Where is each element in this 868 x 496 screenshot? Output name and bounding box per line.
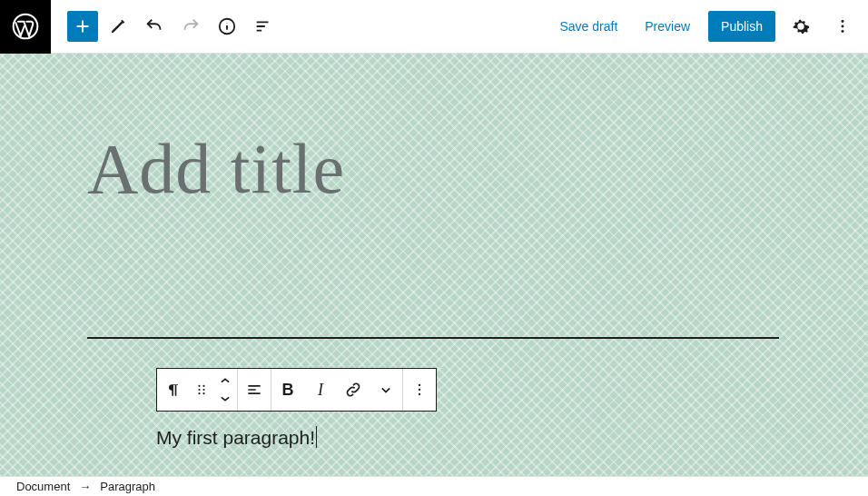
publish-button[interactable]: Publish	[708, 11, 775, 42]
redo-icon	[181, 16, 201, 36]
undo-icon	[144, 16, 164, 36]
svg-point-3	[842, 25, 844, 28]
chevron-down-icon	[216, 390, 234, 408]
settings-button[interactable]	[784, 10, 817, 43]
paragraph-text: My first paragraph!	[156, 427, 315, 448]
bold-button[interactable]: B	[271, 369, 304, 411]
svg-point-8	[202, 389, 204, 391]
breadcrumb-root[interactable]: Document	[16, 480, 70, 493]
breadcrumb-current[interactable]: Paragraph	[100, 480, 155, 493]
more-vertical-icon	[833, 16, 853, 36]
outline-button[interactable]	[247, 10, 280, 43]
text-caret	[316, 426, 317, 448]
chevron-up-icon	[216, 372, 234, 390]
svg-point-11	[419, 384, 420, 386]
info-icon	[217, 16, 237, 36]
move-buttons[interactable]	[213, 369, 237, 411]
redo-button	[174, 10, 207, 43]
paragraph-icon	[164, 381, 182, 399]
svg-point-12	[419, 389, 420, 391]
plus-icon	[73, 16, 93, 36]
svg-point-5	[198, 385, 200, 387]
list-view-icon	[253, 16, 273, 36]
gear-icon	[791, 16, 811, 36]
block-toolbar: B I	[156, 368, 437, 412]
more-formatting-button[interactable]	[370, 369, 402, 411]
toolbar-right-group: Save draft Preview Publish	[550, 10, 868, 43]
add-block-button[interactable]	[67, 11, 98, 42]
chevron-down-icon	[377, 381, 395, 399]
bold-icon: B	[282, 381, 294, 400]
save-draft-button[interactable]: Save draft	[550, 12, 626, 41]
align-button[interactable]	[238, 369, 271, 411]
details-button[interactable]	[211, 10, 243, 43]
post-title-input[interactable]: Add title	[87, 128, 345, 210]
block-type-button[interactable]	[157, 369, 190, 411]
pencil-icon	[108, 16, 128, 36]
link-button[interactable]	[337, 369, 370, 411]
preview-button[interactable]: Preview	[636, 12, 699, 41]
svg-point-7	[198, 389, 200, 391]
wordpress-logo[interactable]	[0, 0, 51, 54]
italic-button[interactable]: I	[304, 369, 337, 411]
align-left-icon	[245, 381, 263, 399]
editor-top-toolbar: Save draft Preview Publish	[0, 0, 868, 54]
editor-canvas[interactable]: Add title B I	[0, 54, 868, 476]
svg-point-4	[842, 30, 844, 33]
breadcrumb-separator: →	[79, 480, 91, 493]
svg-point-2	[842, 20, 844, 23]
wordpress-logo-icon	[11, 12, 40, 41]
more-menu-button[interactable]	[826, 10, 859, 43]
more-vertical-icon	[410, 381, 429, 399]
svg-point-6	[202, 385, 204, 387]
svg-point-10	[202, 392, 204, 394]
svg-point-13	[419, 393, 420, 395]
block-more-button[interactable]	[403, 369, 436, 411]
svg-point-9	[198, 392, 200, 394]
tools-button[interactable]	[102, 10, 134, 43]
italic-icon: I	[318, 381, 323, 400]
paragraph-block[interactable]: My first paragraph!	[156, 426, 317, 449]
drag-handle-icon	[192, 381, 211, 399]
block-breadcrumb: Document → Paragraph	[0, 476, 868, 496]
separator-block[interactable]	[87, 337, 779, 339]
undo-button[interactable]	[138, 10, 171, 43]
link-icon	[344, 381, 362, 399]
drag-handle[interactable]	[190, 369, 213, 411]
toolbar-left-group	[51, 10, 280, 43]
